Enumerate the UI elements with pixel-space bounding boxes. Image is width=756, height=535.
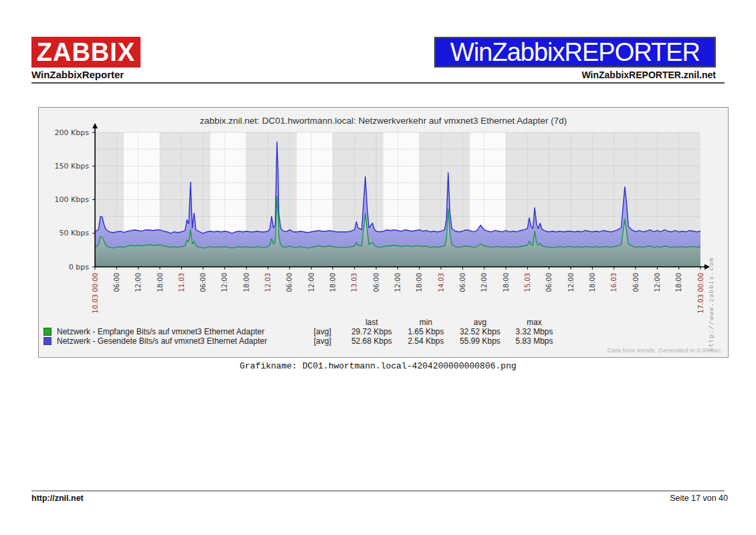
svg-text:12:00: 12:00 — [480, 273, 488, 292]
legend-swatch-received — [43, 328, 52, 336]
legend-row-received: Netzwerk - Empfange Bits/s auf vmxnet3 E… — [43, 327, 561, 336]
svg-text:06:00: 06:00 — [286, 273, 293, 292]
zabbix-logo: ZABBIX — [31, 37, 140, 68]
svg-text:06:00: 06:00 — [373, 273, 380, 292]
svg-text:18:00: 18:00 — [675, 273, 682, 292]
svg-text:16.03: 16.03 — [610, 273, 618, 292]
svg-text:12:00: 12:00 — [567, 273, 575, 292]
legend-col-min: min — [399, 318, 453, 327]
svg-text:12:00: 12:00 — [394, 273, 401, 292]
svg-text:06:00: 06:00 — [632, 273, 640, 292]
svg-text:100 Kbps: 100 Kbps — [55, 195, 90, 204]
report-page: ZABBIX WinZabbixReporter WinZabbixREPORT… — [0, 0, 756, 535]
legend-max-received: 3.32 Mbps — [507, 327, 561, 336]
graph-legend: last min avg max Netzwerk - Empfange Bit… — [43, 318, 561, 346]
legend-last-sent: 52.68 Kbps — [345, 336, 399, 346]
header-right-subtitle: WinZabbixREPORTER.znil.net — [581, 70, 716, 80]
legend-avg-sent: 55.99 Kbps — [453, 336, 507, 346]
header-left-subtitle: WinZabbixReporter — [31, 69, 124, 80]
svg-text:06:00: 06:00 — [199, 273, 207, 292]
footer-url: http://znil.net — [31, 494, 84, 503]
svg-text:06:00: 06:00 — [113, 273, 120, 292]
zabbix-logo-text: ZABBIX — [37, 39, 135, 65]
svg-text:12:00: 12:00 — [308, 273, 315, 292]
legend-swatch-sent — [43, 337, 52, 345]
svg-text:18:00: 18:00 — [243, 273, 250, 292]
graph-footnote: Data from trends. Generated in 0.99 sec. — [607, 346, 723, 354]
legend-func-received: [avg] — [314, 327, 345, 336]
footer-page-number: Seite 17 von 40 — [670, 494, 728, 503]
svg-text:17.03 00:00: 17.03 00:00 — [697, 273, 704, 314]
svg-text:18:00: 18:00 — [502, 273, 510, 292]
legend-label-received: Netzwerk - Empfange Bits/s auf vmxnet3 E… — [57, 327, 314, 336]
svg-text:11.03: 11.03 — [178, 273, 185, 292]
legend-row-sent: Netzwerk - Gesendete Bits/s auf vmxnet3 … — [43, 336, 561, 346]
svg-text:0 bps: 0 bps — [69, 263, 89, 272]
svg-text:18:00: 18:00 — [157, 273, 164, 292]
svg-text:13.03: 13.03 — [351, 273, 358, 292]
svg-text:12:00: 12:00 — [654, 273, 661, 292]
svg-text:18:00: 18:00 — [415, 273, 423, 292]
legend-header-row: last min avg max — [43, 318, 561, 327]
winzabbixreporter-banner: WinZabbixREPORTER — [434, 37, 716, 68]
svg-text:12.03: 12.03 — [264, 273, 272, 292]
svg-text:12:00: 12:00 — [221, 273, 228, 292]
svg-text:150 Kbps: 150 Kbps — [55, 162, 90, 171]
banner-text: WinZabbixREPORTER — [450, 39, 700, 65]
legend-col-last: last — [345, 318, 399, 327]
svg-text:18:00: 18:00 — [329, 273, 337, 292]
legend-label-sent: Netzwerk - Gesendete Bits/s auf vmxnet3 … — [57, 336, 314, 346]
legend-min-sent: 2.54 Kbps — [399, 336, 453, 346]
graph-filename-caption: Grafikname: DC01.hwortmann.local-4204200… — [0, 361, 756, 371]
legend-col-max: max — [507, 318, 561, 327]
svg-text:14.03: 14.03 — [438, 273, 445, 292]
svg-text:18:00: 18:00 — [589, 273, 596, 292]
svg-text:06:00: 06:00 — [459, 273, 466, 292]
footer-rule — [31, 490, 725, 492]
legend-min-received: 1.65 Kbps — [399, 327, 453, 336]
svg-text:50 Kbps: 50 Kbps — [60, 229, 90, 237]
svg-text:06:00: 06:00 — [545, 273, 553, 292]
graph-title: zabbix.znil.net: DC01.hwortmann.local: N… — [39, 116, 728, 126]
legend-max-sent: 5.83 Mbps — [507, 336, 561, 346]
legend-last-received: 29.72 Kbps — [345, 327, 399, 336]
graph-panel: 0 bps50 Kbps100 Kbps150 Kbps200 Kbps10.0… — [38, 107, 729, 358]
legend-func-sent: [avg] — [314, 336, 345, 346]
svg-text:200 Kbps: 200 Kbps — [55, 128, 90, 137]
header-rule — [31, 82, 725, 84]
zabbix-watermark: http://www.zabbix.com — [707, 257, 715, 352]
svg-text:15.03: 15.03 — [524, 273, 531, 292]
legend-col-avg: avg — [453, 318, 507, 327]
legend-avg-received: 32.52 Kbps — [453, 327, 507, 336]
svg-text:10.03 00:00: 10.03 00:00 — [92, 273, 99, 314]
svg-text:12:00: 12:00 — [134, 273, 142, 292]
